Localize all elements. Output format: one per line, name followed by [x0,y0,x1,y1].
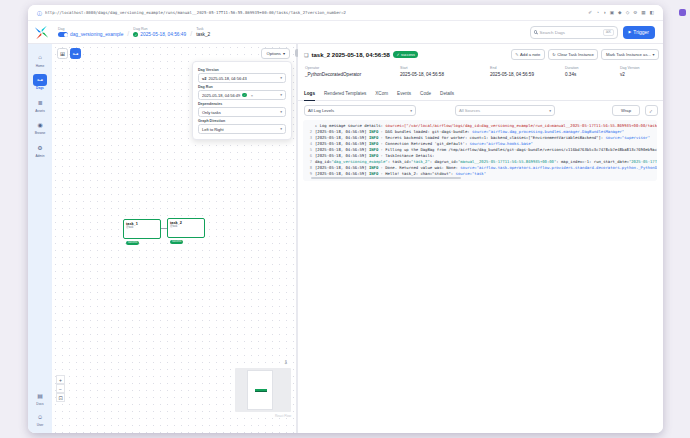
browser-window: ⓘ http://localhost:8080/dags/dag_version… [28,5,663,433]
zoom-out-button[interactable]: − [56,384,65,393]
log-horizontal-scrollbar[interactable] [311,177,461,179]
task-instance-panel: ❏ task_2 2025-05-18, 04:56:58 ✓ success … [298,44,663,433]
sidebar-nav-item[interactable]: ◉ Browse [33,119,47,136]
breadcrumb-dag-label: Dag [58,27,123,31]
sidebar-nav-icon: ◉ [33,119,47,131]
grid-view-toggle[interactable]: ⊞ [57,48,68,59]
graph-view-toggle[interactable]: ⊶ [70,48,81,59]
dag-run-label: Dag Run [198,85,286,89]
browser-extension-icon[interactable]: ⚙ [633,10,637,15]
expand-icon: ↕ [648,107,654,113]
run-success-icon: ✓ [242,93,247,98]
dag-pause-toggle[interactable] [58,32,68,37]
graph-minimap[interactable] [235,368,291,412]
dag-run-select[interactable]: 2025-05-18, 04:56:49 ✓ × ▾ [198,90,286,100]
browser-extension-icon[interactable]: ◆ [618,10,622,15]
clear-selection-icon[interactable]: × [251,93,253,98]
task-detail-tab[interactable]: XCom [375,89,388,101]
trigger-dag-button[interactable]: ▶ Trigger [623,26,655,39]
metadata-column: Duration 0.34s [565,66,620,77]
chevron-down-icon: ▾ [549,109,551,113]
browser-extension-icon[interactable]: ◔ [596,10,599,15]
log-level-select[interactable]: All Log Levels▾ [304,105,416,116]
sidebar-nav-item[interactable]: ⊶ Dags [33,74,47,91]
graph-direction-select[interactable]: Left to Right ▾ [198,124,286,134]
task-instance-title: task_2 2025-05-18, 04:56:58 [311,52,389,58]
sidebar-bottom-item[interactable]: ▤ Docs [33,389,47,406]
wrap-logs-button[interactable]: Wrap [612,105,640,116]
metadata-column: End 2025-05-18, 04:56:59 [490,66,565,77]
task-detail-tab[interactable]: Details [440,89,454,101]
chevron-down-icon: ▾ [280,76,282,80]
fit-view-button[interactable]: ⊡ [56,393,65,402]
task-status-badge: success [126,241,139,245]
play-icon: ▶ [629,30,632,34]
sidebar-bottom-item[interactable]: ☺ User [33,411,47,428]
browser-extension-icon[interactable]: ▣ [610,10,614,15]
breadcrumb-separator: / [190,30,192,37]
site-info-icon[interactable]: ⓘ [37,10,42,16]
task-detail-tabs: Logs Rendered Templates XCom Events Code… [298,89,663,101]
minimap-node [255,389,267,392]
minimap-viewport [247,370,273,410]
browser-extension-icon[interactable]: ✐ [588,10,592,15]
breadcrumb: Dag dag_versioning_example / Dag Run ✓ 2… [58,27,210,37]
sidebar-nav-item[interactable]: ⚙ Admin [33,141,47,158]
browser-extension-icon[interactable]: ▦ [641,10,645,15]
search-placeholder: Search Dags [540,30,565,35]
dag-graph-panel: ⊞ ⊶ Options▾ Dag Version v2 2025-05-18, … [52,44,296,433]
breadcrumb-task-value[interactable]: task_2 [196,32,210,37]
chevron-down-icon: ▾ [280,93,282,97]
refresh-icon: ↻ [552,52,555,57]
download-graph-icon[interactable]: ⇩ [284,359,288,365]
sidebar-bottom-icon: ☺ [33,411,47,423]
app-header: Dag dag_versioning_example / Dag Run ✓ 2… [28,21,663,44]
chevron-down-icon: ▾ [652,52,654,57]
sidebar-bottom-icon: ▤ [33,389,47,401]
breadcrumb-run-link[interactable]: 2025-05-18, 04:56:49 [140,32,186,37]
breadcrumb-run-label: Dag Run [133,27,186,31]
task-doc-icon: ❏ [304,52,308,58]
chevron-down-icon: ▾ [410,109,412,113]
options-popover: Dag Version v2 2025-05-18, 04:56:43 ▾ Da… [192,61,292,140]
browser-extension-icon[interactable]: ◑ [603,10,606,15]
airflow-logo[interactable] [34,25,49,40]
task-detail-tab[interactable]: Events [397,89,411,101]
sidebar-nav-item[interactable]: ⌂ Home [33,51,47,68]
breadcrumb-separator: / [127,30,129,37]
dag-version-select[interactable]: v2 2025-05-18, 04:56:43 ▾ [198,73,286,83]
add-note-button[interactable]: ✎ Add a note [511,49,545,60]
metadata-column: Start 2025-05-18, 04:56:58 [400,66,490,77]
browser-extension-icon[interactable]: ◇ [626,10,630,15]
fullscreen-logs-button[interactable]: ↕ [645,105,658,116]
dag-version-label: Dag Version [198,68,286,72]
sidebar-nav-item[interactable]: ≣ Assets [33,96,47,113]
dependencies-label: Dependencies [198,102,286,106]
menubar-app-icon[interactable] [679,9,686,16]
task-node-task-2[interactable]: task_2 @task success [167,218,205,238]
log-filter-bar: All Log Levels▾ All Sources▾ Wrap ↕ [298,105,663,117]
address-bar[interactable]: http://localhost:8080/dags/dag_versionin… [45,10,346,15]
task-metadata: Operator _PythonDecoratedOperator Start … [305,66,659,77]
metadata-column: Dag Version v2 [620,66,640,77]
dependencies-select[interactable]: Only tasks ▾ [198,107,286,117]
browser-extension-icons: ✐◔◑▣◆◇⚙▦◧ [588,10,654,15]
task-status-badge: success [170,240,183,244]
mark-task-instance-as-button[interactable]: Mark Task Instance as... ▾ [601,49,659,60]
task-detail-tab[interactable]: Logs [304,89,315,101]
task-detail-tab[interactable]: Rendered Templates [324,89,366,101]
search-shortcut-hint: ⌘K [603,29,614,36]
search-icon [534,30,538,34]
task-node-task-1[interactable]: task_1 @task success [123,219,161,239]
metadata-column: Operator _PythonDecoratedOperator [305,66,400,77]
log-viewer: ▸ Log message source details: sources=["… [303,120,657,181]
clear-task-instance-button[interactable]: ↻ Clear Task Instance [548,49,599,60]
chevron-down-icon: ▾ [280,127,282,131]
zoom-in-button[interactable]: + [56,375,65,384]
task-detail-tab[interactable]: Code [420,89,431,101]
log-source-select[interactable]: All Sources▾ [455,105,555,116]
search-dags-input[interactable]: Search Dags ⌘K [530,26,618,39]
options-button[interactable]: Options▾ [261,48,290,59]
browser-extension-icon[interactable]: ◧ [650,10,654,15]
breadcrumb-dag-link[interactable]: dag_versioning_example [70,32,123,37]
